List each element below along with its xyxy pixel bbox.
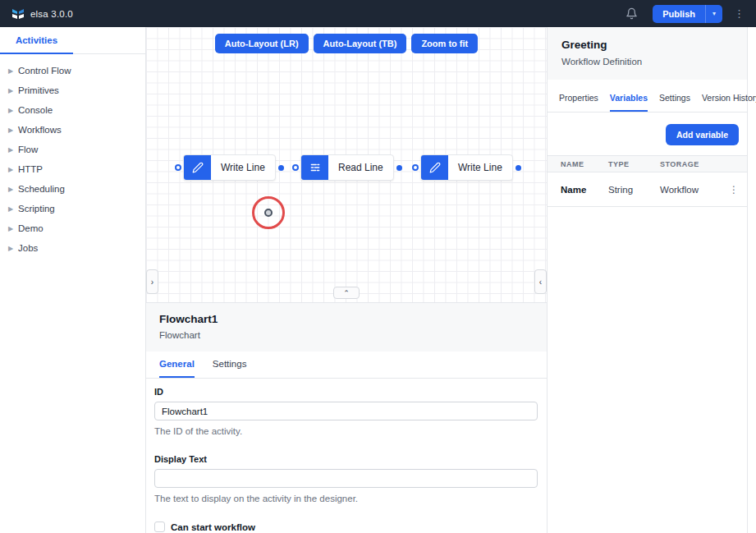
sidebar-item-demo[interactable]: ▶Demo (0, 218, 145, 238)
id-field-label: ID (154, 387, 538, 397)
activity-title: Flowchart1 (159, 313, 534, 325)
variables-table-header: NAME TYPE STORAGE (548, 155, 747, 172)
canvas-toolbar: Auto-Layout (LR) Auto-Layout (TB) Zoom t… (146, 34, 547, 53)
output-port[interactable] (396, 165, 402, 171)
input-port[interactable] (412, 164, 419, 171)
workflow-panel-tabbar: Properties Variables Settings Version Hi… (548, 85, 747, 113)
activity-panel-tabbar: General Settings (146, 352, 547, 379)
workflow-type-label: Workflow Definition (561, 57, 733, 67)
can-start-workflow-label: Can start workflow (171, 522, 255, 532)
chevron-right-icon: ▶ (8, 87, 18, 94)
activity-category-tree: ▶Control Flow ▶Primitives ▶Console ▶Work… (0, 54, 145, 258)
chevron-right-icon: ▶ (8, 107, 18, 114)
variable-row-menu-icon[interactable]: ⋮ (729, 185, 747, 195)
chevron-right-icon: ▶ (8, 245, 18, 252)
auto-layout-tb-button[interactable]: Auto-Layout (TB) (314, 34, 407, 53)
notifications-bell-icon[interactable] (625, 7, 638, 20)
add-variable-button[interactable]: Add variable (666, 124, 739, 145)
tab-settings[interactable]: Settings (213, 352, 247, 378)
collapse-right-panel-button[interactable]: ‹ (534, 269, 547, 294)
activity-panel-content: ID The ID of the activity. Display Text … (146, 379, 547, 533)
cursor-icon (264, 209, 273, 217)
activity-type-label: Flowchart (159, 330, 534, 340)
id-field[interactable] (154, 402, 538, 420)
column-header-type: TYPE (608, 160, 660, 168)
sidebar-item-control-flow[interactable]: ▶Control Flow (0, 61, 145, 80)
chevron-right-icon: ▶ (8, 186, 18, 193)
chevron-right-icon: ▶ (8, 166, 18, 173)
sidebar-item-console[interactable]: ▶Console (0, 100, 145, 120)
activity-node-write-line-2[interactable]: Write Line (420, 154, 513, 181)
zoom-to-fit-button[interactable]: Zoom to fit (411, 34, 478, 53)
workflow-canvas[interactable]: Auto-Layout (LR) Auto-Layout (TB) Zoom t… (146, 27, 547, 302)
tab-variables[interactable]: Variables (610, 85, 648, 112)
lines-icon (301, 155, 328, 180)
elsa-logo-icon (11, 7, 25, 21)
activity-properties-panel: Flowchart1 Flowchart General Settings ID… (146, 302, 547, 533)
sidebar-item-jobs[interactable]: ▶Jobs (0, 238, 145, 258)
app-version-label: elsa 3.0.0 (30, 9, 73, 19)
display-text-field-help: The text to display on the activity in t… (154, 494, 538, 503)
sidebar-item-workflows[interactable]: ▶Workflows (0, 120, 145, 140)
node-label: Write Line (448, 155, 512, 180)
publish-split-button: Publish ▾ (653, 5, 722, 23)
sidebar-item-scheduling[interactable]: ▶Scheduling (0, 179, 145, 199)
activity-node-read-line[interactable]: Read Line (300, 154, 394, 181)
chevron-right-icon: ▶ (8, 67, 18, 75)
column-header-name: NAME (561, 160, 608, 168)
variable-table-row: Name String Workflow ⋮ (548, 172, 747, 207)
workflow-panel-header: Greeting Workflow Definition (548, 27, 747, 80)
input-port[interactable] (175, 164, 181, 171)
node-label: Read Line (328, 155, 393, 180)
chevron-right-icon: ▶ (8, 146, 18, 154)
cursor-highlight-ring (252, 196, 285, 229)
sidebar-item-primitives[interactable]: ▶Primitives (0, 80, 145, 100)
activities-sidebar: Activities ▶Control Flow ▶Primitives ▶Co… (0, 27, 146, 533)
input-port[interactable] (292, 164, 299, 171)
activity-node-write-line-1[interactable]: Write Line (183, 154, 276, 181)
chevron-right-icon: ▶ (8, 205, 18, 213)
tab-properties[interactable]: Properties (559, 85, 598, 112)
workflow-definition-panel: Greeting Workflow Definition Properties … (547, 27, 756, 533)
id-field-help: The ID of the activity. (154, 426, 538, 436)
output-port[interactable] (278, 165, 284, 171)
node-label: Write Line (211, 155, 275, 180)
pencil-icon (184, 155, 211, 180)
app-logo: elsa 3.0.0 (11, 7, 73, 21)
chevron-left-icon: ‹ (539, 278, 542, 287)
tab-version-history[interactable]: Version History (702, 85, 756, 112)
sidebar-item-http[interactable]: ▶HTTP (0, 159, 145, 179)
tab-settings[interactable]: Settings (659, 85, 690, 112)
sidebar-item-scripting[interactable]: ▶Scripting (0, 199, 145, 218)
sidebar-item-flow[interactable]: ▶Flow (0, 140, 145, 159)
workflow-title: Greeting (561, 39, 733, 51)
publish-button[interactable]: Publish (653, 5, 705, 23)
variable-name: Name (561, 185, 608, 195)
elsa-workflow-designer: elsa 3.0.0 Publish ▾ ⋮ Activities ▶Contr… (0, 0, 756, 533)
display-text-field-label: Display Text (154, 454, 538, 464)
collapse-bottom-panel-button[interactable]: ⌃ (333, 287, 360, 299)
pencil-icon (421, 155, 448, 180)
chevron-right-icon: › (151, 278, 153, 287)
chevron-up-icon: ⌃ (343, 289, 350, 297)
can-start-workflow-checkbox[interactable] (154, 522, 165, 532)
chevron-right-icon: ▶ (8, 225, 18, 232)
column-header-storage: STORAGE (660, 160, 729, 168)
tab-general[interactable]: General (159, 352, 195, 378)
chevron-right-icon: ▶ (8, 126, 18, 134)
output-port[interactable] (515, 165, 521, 171)
collapse-left-panel-button[interactable]: › (146, 269, 158, 294)
sidebar-tabbar: Activities (0, 27, 145, 54)
variable-type: String (608, 185, 660, 195)
display-text-field[interactable] (154, 469, 538, 488)
publish-dropdown-caret[interactable]: ▾ (705, 5, 722, 23)
activity-panel-header: Flowchart1 Flowchart (146, 303, 547, 352)
auto-layout-lr-button[interactable]: Auto-Layout (LR) (215, 34, 309, 53)
overflow-menu-icon[interactable]: ⋮ (734, 8, 745, 19)
top-bar: elsa 3.0.0 Publish ▾ ⋮ (0, 0, 756, 27)
tab-activities[interactable]: Activities (0, 27, 73, 54)
variable-storage: Workflow (660, 185, 729, 195)
